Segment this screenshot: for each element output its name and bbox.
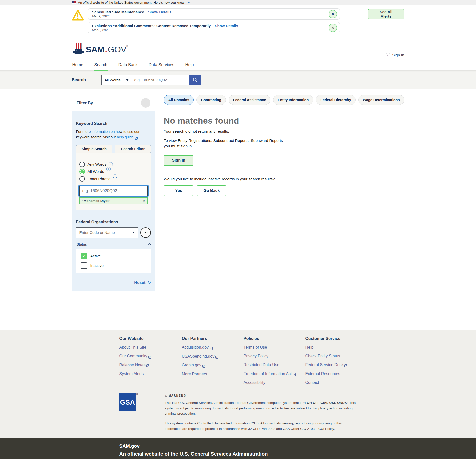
search-mode-select[interactable]: All Words	[101, 75, 131, 85]
radio-any-words[interactable]	[79, 162, 85, 167]
radio-exact-phrase[interactable]	[79, 176, 85, 182]
footer-link-contact[interactable]: Contact	[305, 380, 367, 385]
info-icon[interactable]: i	[106, 167, 111, 171]
footer-link-terms-of-use[interactable]: Terms of Use	[244, 345, 305, 350]
alert-title: Scheduled SAM Maintenance	[92, 10, 144, 14]
status-section-toggle[interactable]: Status	[76, 242, 151, 246]
domain-tab-wage-determinations[interactable]: Wage Determinations	[358, 95, 404, 105]
federal-org-more-button[interactable]: ···	[140, 227, 151, 238]
external-link-icon: ↗	[148, 356, 151, 359]
footer-link-about-this-site[interactable]: About This Site	[119, 345, 182, 350]
footer-link-release-notes[interactable]: Release Notes↗	[119, 363, 182, 368]
domain-tab-federal-hierarchy[interactable]: Federal Hierarchy	[316, 95, 356, 105]
keyword-search-input[interactable]	[79, 186, 148, 196]
footer-link-system-alerts[interactable]: System Alerts	[119, 371, 182, 376]
keyword-search-heading: Keyword Search	[76, 121, 151, 126]
info-icon[interactable]: i	[113, 174, 117, 178]
alert-card: Scheduled SAM Maintenance Show Details M…	[88, 8, 340, 20]
checkbox-inactive[interactable]	[81, 262, 87, 269]
how-you-know-link[interactable]: Here’s how you know	[153, 1, 184, 4]
nav-item-help[interactable]: Help	[185, 60, 194, 70]
radio-all-words[interactable]	[79, 169, 85, 174]
warning-triangle-icon	[72, 9, 84, 21]
sign-in-button[interactable]: Sign In	[164, 155, 193, 166]
footer-link-restricted-data-use[interactable]: Restricted Data Use	[244, 362, 305, 367]
help-guide-link[interactable]: help guide↗	[117, 135, 138, 139]
close-alert-button[interactable]: ✕	[329, 10, 337, 18]
sam-gov-logo[interactable]: SAM★GOV®	[72, 43, 128, 55]
close-icon: ✕	[331, 12, 334, 16]
remove-tag-icon[interactable]: ×	[143, 199, 145, 203]
search-submit-button[interactable]	[189, 75, 201, 85]
header-sign-in[interactable]: ← Sign In	[386, 53, 404, 57]
nav-item-data-bank[interactable]: Data Bank	[118, 60, 138, 70]
external-link-icon: ↗	[210, 347, 213, 350]
gov-banner: An official website of the United States…	[0, 0, 476, 5]
chevron-up-icon	[148, 243, 152, 247]
ellipsis-icon: ···	[143, 230, 148, 235]
footer-link-foia[interactable]: Freedom of Information Act↗	[244, 371, 305, 376]
footer-link-privacy-policy[interactable]: Privacy Policy	[244, 354, 305, 358]
chevron-down-icon	[132, 232, 135, 233]
federal-org-combobox[interactable]: Enter Code or Name	[76, 227, 138, 238]
domain-tab-entity-information[interactable]: Entity Information	[273, 95, 313, 105]
footer-link-grants-gov[interactable]: Grants.gov↗	[182, 363, 244, 368]
footer-link-acquisition-gov[interactable]: Acquisition.gov↗	[182, 345, 244, 350]
global-search-input[interactable]	[131, 75, 189, 85]
sign-in-icon: ←	[386, 53, 390, 57]
search-icon	[193, 77, 198, 82]
close-icon: ✕	[331, 25, 334, 30]
page-footer: Our Website About This Site Our Communit…	[0, 330, 476, 438]
domain-tab-all-domains[interactable]: All Domains	[164, 95, 194, 105]
footer-link-help[interactable]: Help	[305, 345, 367, 350]
show-details-link[interactable]: Show Details	[215, 24, 238, 28]
footer-link-more-partners[interactable]: More Partners	[182, 372, 244, 376]
tab-simple-search[interactable]: Simple Search	[76, 145, 112, 153]
footer-link-external-resources[interactable]: External Resources	[305, 371, 367, 376]
yes-button[interactable]: Yes	[164, 185, 193, 196]
warning-paragraph-2: This system contains Controlled Unclassi…	[165, 421, 359, 431]
footer-link-check-entity-status[interactable]: Check Entity Status	[305, 354, 367, 358]
site-header: SAM★GOV® ← Sign In	[0, 37, 476, 60]
footer-column-policies: Policies Terms of Use Privacy Policy Res…	[244, 336, 305, 385]
alert-card: Exclusions “Additional Comments” Content…	[88, 22, 340, 33]
registered-mark: ®	[136, 393, 138, 395]
alert-title: Exclusions “Additional Comments” Content…	[92, 24, 211, 28]
see-all-alerts-button[interactable]: See All Alerts	[368, 9, 404, 19]
nav-item-data-services[interactable]: Data Services	[148, 60, 175, 70]
reset-label: Reset	[134, 280, 145, 285]
footer-link-accessibility[interactable]: Accessibility	[244, 380, 305, 385]
radio-label: All Words	[88, 169, 104, 174]
external-link-icon: ↗	[146, 364, 149, 367]
warning-title: WARNING	[169, 394, 186, 397]
alerts-section: Scheduled SAM Maintenance Show Details M…	[0, 5, 476, 37]
footer-column-our-website: Our Website About This Site Our Communit…	[119, 336, 182, 385]
checkbox-label: Inactive	[90, 263, 104, 268]
registered-mark: ®	[126, 45, 128, 47]
go-back-button[interactable]: Go Back	[197, 185, 226, 196]
identity-footer: SAM.gov An official website of the U.S. …	[0, 438, 476, 459]
collapse-filters-button[interactable]: −	[141, 98, 150, 108]
chevron-down-icon	[187, 1, 190, 3]
status-options-box: ✓ Active Inactive	[76, 249, 151, 273]
footer-heading: Customer Service	[305, 336, 367, 341]
footer-link-federal-service-desk[interactable]: Federal Service Desk↗	[305, 362, 367, 367]
nav-item-search[interactable]: Search	[94, 60, 108, 70]
tab-search-editor[interactable]: Search Editor	[115, 145, 151, 153]
results-area: All Domains Contracting Federal Assistan…	[164, 95, 404, 196]
gsa-logo: GSA ®	[119, 393, 136, 411]
logo-text-sam: SAM	[86, 45, 104, 54]
refresh-icon: ↻	[147, 280, 151, 285]
close-alert-button[interactable]: ✕	[329, 24, 337, 32]
show-details-link[interactable]: Show Details	[148, 10, 171, 14]
domain-tab-contracting[interactable]: Contracting	[196, 95, 226, 105]
footer-link-our-community[interactable]: Our Community↗	[119, 354, 182, 359]
checkbox-active[interactable]: ✓	[81, 253, 87, 259]
reset-filters[interactable]: Reset ↻	[76, 280, 151, 285]
domain-tab-federal-assistance[interactable]: Federal Assistance	[229, 95, 271, 105]
footer-link-usaspending-gov[interactable]: USASpending.gov↗	[182, 354, 244, 359]
nav-item-home[interactable]: Home	[72, 60, 84, 70]
inactive-records-question: Would you like to include inactive recor…	[164, 177, 404, 181]
info-icon[interactable]: i	[109, 162, 113, 166]
external-link-icon: ↗	[215, 356, 218, 359]
